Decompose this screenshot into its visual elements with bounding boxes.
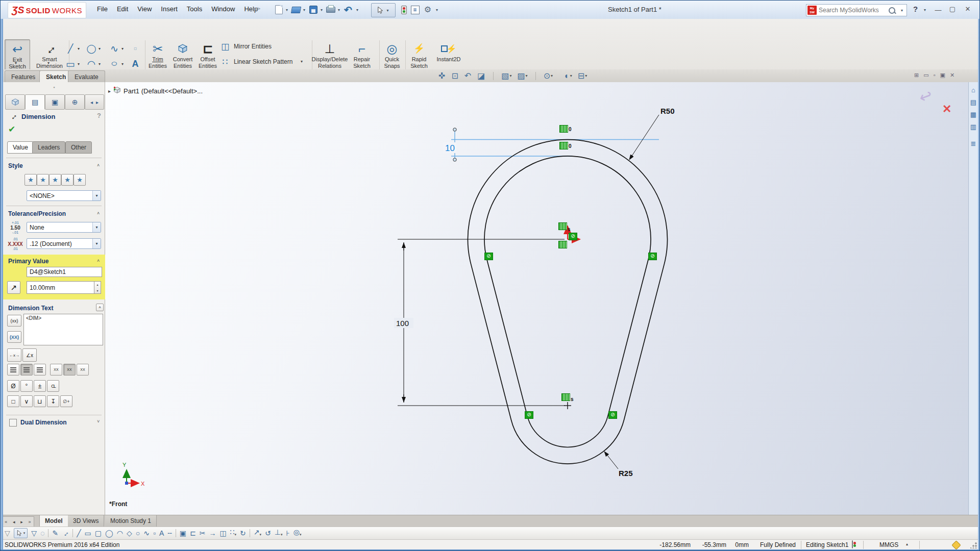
align-right-button[interactable] <box>34 364 46 375</box>
configuration-manager-tab[interactable]: ▣ <box>45 94 65 110</box>
undo-button[interactable]: ↶ <box>342 4 354 15</box>
text-icon[interactable]: A <box>159 529 164 538</box>
tab-scroll-icon[interactable]: ◂ <box>13 519 15 524</box>
smart-dimension-caret-icon[interactable]: ▾ <box>47 61 50 65</box>
tab-scroll-icon[interactable]: « <box>5 519 7 524</box>
centerline-icon[interactable]: ╌ <box>167 529 172 538</box>
ellipse-tool-icon[interactable]: ○ <box>107 58 122 69</box>
circle-icon[interactable]: ◯ <box>105 529 113 538</box>
tangent-relation-badge[interactable]: ⊘ <box>648 253 657 260</box>
dimension-text-area[interactable]: <DIM> <box>23 314 103 345</box>
relation-badge[interactable] <box>559 125 568 133</box>
depth-symbol-button[interactable]: ↧ <box>47 395 59 407</box>
select-caret-icon[interactable]: ▾ <box>385 8 390 13</box>
relation-badge[interactable] <box>558 241 567 248</box>
tab-evaluate[interactable]: Evaluate <box>68 70 105 83</box>
dimension-value-field[interactable]: 10.00mm <box>27 281 94 294</box>
ellipse-icon[interactable]: ○ <box>136 529 140 538</box>
part-name[interactable]: Part1 (Default<<Default>... <box>124 87 203 95</box>
edit-appearance-icon[interactable] <box>558 75 559 77</box>
tangent-relation-badge[interactable]: ⊘ <box>569 233 577 240</box>
tangent-relation-badge[interactable]: ⊘ <box>608 411 617 419</box>
value-mode-button[interactable]: ↗ <box>7 281 20 294</box>
new-window-icon[interactable]: ⊞ <box>914 72 919 79</box>
spline-caret-icon[interactable]: ▾ <box>121 46 124 51</box>
new-document-button[interactable] <box>273 4 284 15</box>
print-button[interactable] <box>325 4 336 15</box>
sketch-text-icon[interactable]: A <box>130 58 141 69</box>
undo-caret-icon[interactable]: ▾ <box>355 8 360 12</box>
view-settings-icon[interactable]: ⊟▾ <box>578 71 587 81</box>
previous-view-icon[interactable]: ↶ <box>464 71 472 81</box>
move-entities-icon[interactable]: ↗▾ <box>254 528 261 539</box>
close-button[interactable]: ✕ <box>961 5 974 13</box>
tab-model[interactable]: Model <box>39 515 68 527</box>
tab-motion-study[interactable]: Motion Study 1 <box>105 515 157 527</box>
style-add-button[interactable]: ★ <box>37 174 49 186</box>
dimension-100-text[interactable]: 100 <box>396 319 409 328</box>
new-caret-icon[interactable]: ▾ <box>284 8 289 12</box>
section-view-icon[interactable]: ◪ <box>477 71 485 81</box>
linear-pattern-button[interactable]: ∷ Linear Sketch Pattern <box>220 56 292 68</box>
linear-pattern-caret-icon[interactable]: ▾ <box>301 59 303 64</box>
spline-tool-icon[interactable]: ∿ <box>109 43 120 54</box>
toolbar-separator[interactable] <box>176 529 176 537</box>
view-palette-icon[interactable]: ▥ <box>970 123 976 131</box>
primary-value-header[interactable]: Primary Value <box>8 258 48 265</box>
design-library-icon[interactable]: ▤ <box>970 98 976 106</box>
dual-collapse-icon[interactable]: ˅ <box>97 419 100 424</box>
menu-item[interactable]: Window <box>207 3 239 15</box>
tolerance-dropdown[interactable]: None▾ <box>27 222 101 233</box>
justify-left-button[interactable]: XX <box>50 364 62 375</box>
minimize-button[interactable]: — <box>932 6 945 14</box>
style-apply-default-button[interactable]: ★ <box>24 174 37 186</box>
radius-r25-text[interactable]: R25 <box>619 469 633 478</box>
options-button[interactable]: ⚙ <box>422 4 433 15</box>
line-icon[interactable]: ╱ <box>77 529 81 538</box>
align-left-button[interactable] <box>7 364 19 375</box>
tab-scroll-icon[interactable]: » <box>29 519 31 524</box>
relation-badge[interactable] <box>559 142 568 149</box>
tile-windows-icon[interactable]: ▫ <box>934 72 936 79</box>
quick-snaps-icon[interactable]: ◎▾ <box>293 528 302 539</box>
lasso-select-icon[interactable]: ◌ <box>40 529 44 538</box>
custom-properties-icon[interactable]: ≣ <box>971 140 976 147</box>
scroll-left-icon[interactable]: ◂ <box>90 99 93 105</box>
toolbar-separator[interactable] <box>250 529 250 537</box>
save-button[interactable] <box>308 4 319 15</box>
arc-icon[interactable]: ◠ <box>117 529 123 538</box>
circle-tool-icon[interactable]: ◯ <box>86 43 97 54</box>
dual-dimension-checkbox[interactable] <box>9 419 17 427</box>
view-orientation-icon[interactable]: ▧▾ <box>501 71 511 81</box>
more-symbols-button[interactable]: ∅+ <box>60 395 72 407</box>
hide-show-items-icon[interactable]: ⊙▾ <box>544 71 553 81</box>
cancel-sketch-icon[interactable]: ✕ <box>942 103 951 116</box>
select-caret-icon[interactable]: ▾ <box>23 531 26 535</box>
diameter-symbol-button[interactable]: Ø <box>7 380 19 392</box>
style-delete-button[interactable]: ★ <box>49 174 61 186</box>
style-collapse-icon[interactable]: ˄ <box>97 163 100 168</box>
counterbore-symbol-button[interactable]: ⊔ <box>34 395 46 407</box>
angle-justify-button[interactable]: ∠x <box>22 348 37 362</box>
style-load-button[interactable]: ★ <box>74 174 86 186</box>
save-caret-icon[interactable]: ▾ <box>319 8 324 12</box>
countersink-symbol-button[interactable]: ∨ <box>20 395 33 407</box>
tab-value[interactable]: Value <box>7 141 34 154</box>
mirror-entities-button[interactable]: ◫ Mirror Entities <box>220 40 272 53</box>
menu-item[interactable]: Tools <box>182 3 207 15</box>
rebuild-button[interactable] <box>398 4 409 15</box>
graphics-viewport[interactable]: 10 100 R50 R25 <box>105 82 968 515</box>
line-tool-icon[interactable]: ╱ <box>65 43 76 54</box>
mirror-entities-icon[interactable]: ◫ <box>219 529 226 538</box>
close-document-icon[interactable]: ✕ <box>950 72 954 79</box>
convert-entities-icon[interactable]: ▣ <box>180 529 186 538</box>
add-relation-icon[interactable]: ⊦ <box>286 529 289 538</box>
tolerance-collapse-icon[interactable]: ˄ <box>97 211 100 216</box>
search-caret-icon[interactable]: ▾ <box>899 8 904 13</box>
relation-badge[interactable] <box>558 222 567 230</box>
override-text-button[interactable]: (xx) <box>7 315 21 327</box>
degree-symbol-button[interactable]: ° <box>20 380 33 392</box>
search-icon[interactable] <box>889 7 895 14</box>
tab-scroll-icon[interactable]: ▸ <box>20 519 23 524</box>
menu-item[interactable]: File <box>92 3 112 15</box>
